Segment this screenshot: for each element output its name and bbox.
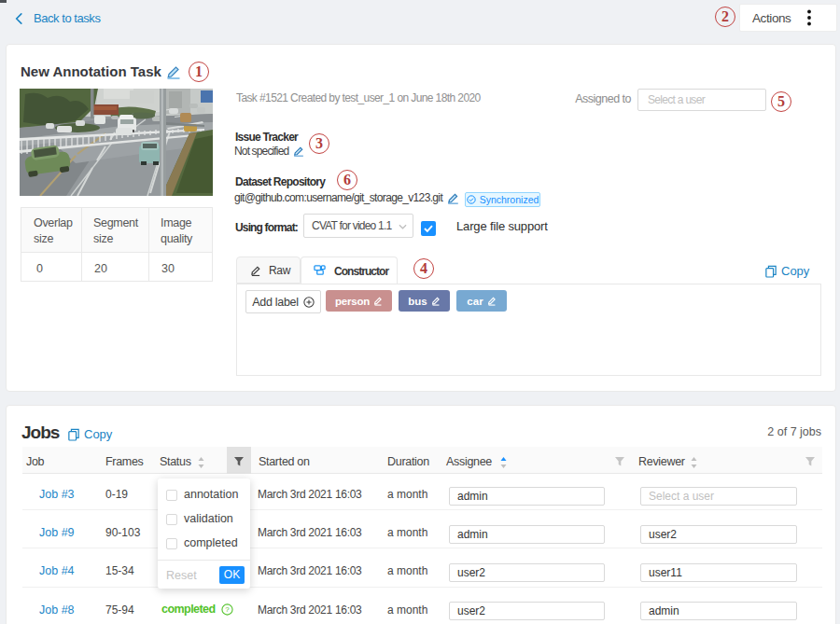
svg-text:?: ? — [225, 605, 230, 614]
